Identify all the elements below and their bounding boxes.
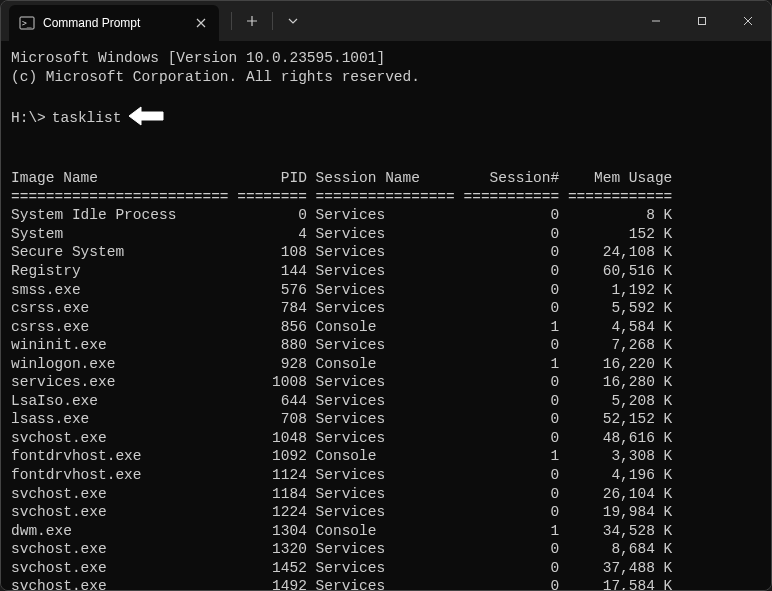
window-controls — [633, 1, 771, 41]
minimize-button[interactable] — [633, 1, 679, 41]
tab-dropdown-button[interactable] — [279, 7, 307, 35]
divider — [272, 12, 273, 30]
tab-actions — [219, 7, 307, 35]
arrow-left-icon — [127, 105, 165, 133]
prompt-prefix: H:\> — [11, 109, 46, 128]
table-divider-row: ========================= ======== =====… — [11, 189, 672, 205]
table-body: System Idle Process 0 Services 0 8 K Sys… — [11, 207, 672, 590]
titlebar: >_ Command Prompt — [1, 1, 771, 41]
cmd-icon: >_ — [19, 15, 35, 31]
header-line1: Microsoft Windows [Version 10.0.23595.10… — [11, 50, 385, 66]
tab-command-prompt[interactable]: >_ Command Prompt — [9, 5, 219, 41]
close-window-button[interactable] — [725, 1, 771, 41]
svg-rect-2 — [699, 18, 706, 25]
terminal-output[interactable]: Microsoft Windows [Version 10.0.23595.10… — [1, 41, 771, 590]
maximize-button[interactable] — [679, 1, 725, 41]
new-tab-button[interactable] — [238, 7, 266, 35]
table-header-row: Image Name PID Session Name Session# Mem… — [11, 170, 672, 186]
tab-title: Command Prompt — [43, 16, 185, 30]
divider — [231, 12, 232, 30]
tab-close-button[interactable] — [193, 15, 209, 31]
header-line2: (c) Microsoft Corporation. All rights re… — [11, 69, 420, 85]
svg-text:>_: >_ — [22, 19, 32, 28]
command-text: tasklist — [52, 109, 122, 128]
